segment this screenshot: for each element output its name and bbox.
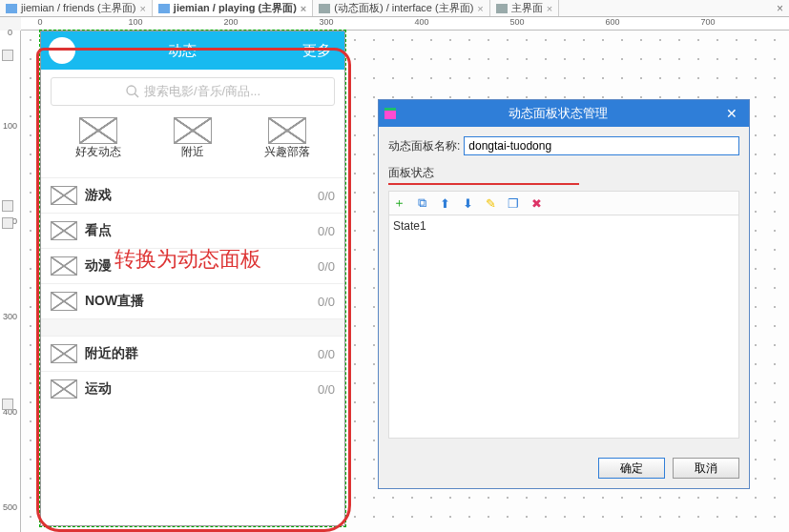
tab-strip: jiemian / friends (主界面)× jiemian / playi… bbox=[0, 0, 789, 17]
placeholder-icon bbox=[79, 117, 117, 144]
panel-header: 动态 更多 bbox=[41, 31, 344, 70]
edit-state-icon[interactable]: ✎ bbox=[483, 195, 498, 211]
placeholder-icon bbox=[51, 186, 77, 205]
move-down-icon[interactable]: ⬇ bbox=[460, 195, 475, 211]
ok-button[interactable]: 确定 bbox=[598, 458, 665, 479]
design-canvas[interactable]: 动态 更多 搜索电影/音乐/商品... 好友动态 附近 兴趣部落 游戏0/0 看… bbox=[21, 31, 789, 532]
add-state-icon[interactable]: ＋ bbox=[391, 195, 406, 211]
search-placeholder: 搜索电影/音乐/商品... bbox=[144, 83, 260, 100]
search-icon bbox=[125, 84, 140, 99]
close-icon[interactable]: × bbox=[477, 3, 483, 14]
tool-slot[interactable] bbox=[2, 50, 13, 61]
search-input[interactable]: 搜索电影/音乐/商品... bbox=[51, 77, 335, 106]
tab-friends[interactable]: jiemian / friends (主界面)× bbox=[0, 0, 153, 16]
placeholder-icon bbox=[174, 117, 212, 144]
left-mini-toolbar bbox=[2, 50, 15, 410]
state-toolbar: ＋ ⧉ ⬆ ⬇ ✎ ❐ ✖ bbox=[388, 191, 739, 215]
list-item[interactable]: 游戏0/0 bbox=[41, 177, 344, 213]
placeholder-icon bbox=[51, 221, 77, 240]
placeholder-icon bbox=[51, 256, 77, 276]
state-item[interactable]: State1 bbox=[393, 219, 735, 233]
icon-nearby[interactable]: 附近 bbox=[174, 117, 212, 160]
tab-main[interactable]: 主界面× bbox=[490, 0, 559, 16]
dialog-titlebar[interactable]: 动态面板状态管理 ✕ bbox=[379, 100, 749, 127]
section-label: 面板状态 bbox=[388, 165, 739, 181]
duplicate-state-icon[interactable]: ❐ bbox=[506, 195, 521, 211]
tool-slot[interactable] bbox=[2, 200, 13, 212]
list-item[interactable]: 运动0/0 bbox=[41, 371, 344, 406]
placeholder-icon bbox=[51, 379, 77, 399]
name-label: 动态面板名称: bbox=[388, 138, 460, 154]
list-section-1: 游戏0/0 看点0/0 动漫0/0 NOW直播0/0 bbox=[41, 177, 344, 318]
avatar[interactable] bbox=[49, 37, 75, 64]
delete-state-icon[interactable]: ✖ bbox=[529, 195, 544, 211]
close-icon[interactable]: × bbox=[547, 3, 552, 14]
svg-line-1 bbox=[135, 93, 138, 97]
move-up-icon[interactable]: ⬆ bbox=[437, 195, 452, 211]
tabs-close-icon[interactable]: × bbox=[771, 2, 789, 15]
dialog-title: 动态面板状态管理 bbox=[402, 105, 715, 122]
ruler-horizontal: 0 100 200 300 400 500 600 700 bbox=[21, 17, 789, 31]
list-item[interactable]: 看点0/0 bbox=[41, 213, 344, 248]
tab-playing[interactable]: jiemian / playing (主界面)× bbox=[153, 0, 313, 16]
list-item[interactable]: 附近的群0/0 bbox=[41, 336, 344, 371]
placeholder-icon bbox=[268, 117, 306, 144]
tab-interface[interactable]: (动态面板) / interface (主界面)× bbox=[313, 0, 490, 16]
section-gap bbox=[41, 318, 344, 336]
dialog-panel-state-manager: 动态面板状态管理 ✕ 动态面板名称: 面板状态 ＋ ⧉ ⬆ ⬇ ✎ ❐ ✖ St… bbox=[378, 99, 750, 489]
placeholder-icon bbox=[51, 344, 77, 363]
close-icon[interactable]: × bbox=[139, 3, 145, 14]
list-section-2: 附近的群0/0 运动0/0 bbox=[41, 336, 344, 406]
close-icon[interactable]: ✕ bbox=[715, 100, 749, 127]
dialog-icon bbox=[384, 108, 396, 119]
placeholder-icon bbox=[51, 292, 77, 311]
copy-state-icon[interactable]: ⧉ bbox=[414, 195, 429, 211]
close-icon[interactable]: × bbox=[301, 3, 306, 14]
svg-point-0 bbox=[127, 86, 135, 94]
red-underline-annotation bbox=[388, 183, 579, 185]
header-more[interactable]: 更多 bbox=[302, 42, 331, 60]
list-item[interactable]: NOW直播0/0 bbox=[41, 283, 344, 318]
icon-interest[interactable]: 兴趣部落 bbox=[264, 117, 310, 160]
list-item[interactable]: 动漫0/0 bbox=[41, 248, 344, 283]
icon-row: 好友动态 附近 兴趣部落 bbox=[49, 117, 337, 160]
panel-name-input[interactable] bbox=[464, 136, 739, 155]
tool-slot[interactable] bbox=[2, 399, 13, 410]
header-title: 动态 bbox=[75, 42, 289, 60]
tool-slot[interactable] bbox=[2, 217, 13, 229]
icon-friends-feed[interactable]: 好友动态 bbox=[75, 117, 121, 160]
mobile-panel[interactable]: 动态 更多 搜索电影/音乐/商品... 好友动态 附近 兴趣部落 游戏0/0 看… bbox=[40, 31, 345, 526]
state-list[interactable]: State1 bbox=[388, 215, 739, 439]
cancel-button[interactable]: 取消 bbox=[673, 458, 739, 479]
